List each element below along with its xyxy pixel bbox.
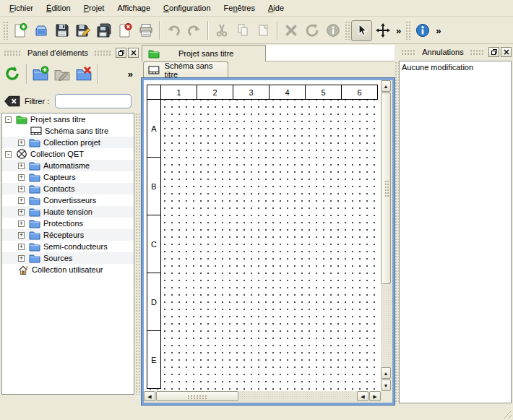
toolbar-handle[interactable] — [405, 21, 410, 40]
scroll-left-button-2[interactable]: ◀ — [357, 391, 368, 401]
undo-list[interactable]: Aucune modification — [399, 61, 512, 403]
menu-configuration[interactable]: Configuration — [157, 1, 217, 15]
copy-button[interactable] — [232, 20, 253, 41]
selection-pointer-button[interactable] — [351, 20, 372, 41]
tab-project[interactable]: Projet sans titre — [142, 45, 266, 61]
save-all-button[interactable] — [93, 20, 114, 41]
scroll-down-button[interactable]: ▼ — [381, 380, 391, 391]
size-grip[interactable] — [502, 409, 512, 419]
tree-item-collection-projet[interactable]: +Collection projet — [2, 137, 134, 148]
menu-aide[interactable]: Aide — [262, 1, 290, 15]
tree-expander[interactable]: + — [18, 255, 25, 262]
float-panel-button[interactable] — [116, 48, 126, 58]
cut-button[interactable] — [211, 20, 232, 41]
move-view-button[interactable] — [372, 20, 393, 41]
tree-item-capteurs[interactable]: +Capteurs — [2, 171, 134, 183]
tree-expander[interactable]: + — [18, 220, 25, 227]
tree-expander[interactable]: + — [18, 174, 25, 181]
tree-item-contacts[interactable]: +Contacts — [2, 183, 134, 194]
tree-expander[interactable]: + — [18, 244, 25, 250]
folder-icon — [29, 252, 40, 264]
rotate-icon — [304, 22, 320, 38]
close-panel-button[interactable] — [128, 48, 139, 58]
undo-button[interactable] — [163, 20, 184, 41]
redo-button[interactable] — [184, 20, 204, 41]
tree-expander[interactable]: + — [18, 140, 25, 146]
float-icon — [491, 48, 498, 56]
toolbar-overflow-button[interactable]: » — [433, 25, 444, 36]
tree-expander[interactable]: + — [18, 232, 25, 239]
tree-item-projet-sans-titre[interactable]: -Projet sans titre — [2, 113, 134, 125]
new-category-button[interactable] — [30, 63, 51, 85]
scroll-left-button[interactable]: ◀ — [144, 391, 155, 401]
tree-item-haute-tension[interactable]: +Haute tension — [2, 206, 134, 218]
filter-label: Filtrer : — [25, 97, 49, 106]
menu-edition[interactable]: Édition — [40, 1, 77, 15]
horizontal-scroll-thumb[interactable] — [156, 391, 238, 401]
close-document-button[interactable] — [114, 20, 135, 41]
edit-category-button[interactable] — [51, 63, 73, 85]
information-button[interactable] — [322, 20, 343, 41]
delete-button[interactable] — [280, 20, 301, 41]
tree-item-protections[interactable]: +Protections — [2, 218, 134, 229]
toolbar-handle[interactable] — [3, 21, 8, 40]
elements-tree[interactable]: -Projet sans titreSchéma sans titre+Coll… — [1, 113, 134, 395]
scroll-up-button-2[interactable]: ▲ — [381, 367, 391, 379]
menu-projet[interactable]: Projet — [77, 1, 111, 15]
tree-item-label: Convertisseurs — [43, 196, 96, 205]
tree-expander[interactable]: + — [18, 197, 25, 204]
undo-panel-titlebar[interactable]: Annulations — [399, 46, 512, 59]
undo-list-item[interactable]: Aucune modification — [400, 61, 511, 74]
tree-item-sources[interactable]: +Sources — [2, 252, 134, 264]
float-panel-button[interactable] — [488, 47, 499, 57]
left-splitter[interactable] — [135, 113, 140, 395]
clear-filter-icon[interactable] — [4, 95, 20, 107]
diagram-canvas[interactable]: 123456ABCDE — [144, 80, 381, 391]
tree-expander[interactable]: + — [18, 163, 25, 169]
filter-input[interactable] — [55, 94, 132, 108]
scroll-right-button[interactable]: ▶ — [369, 391, 381, 401]
reload-collections-button[interactable] — [1, 63, 23, 85]
menu-fenetres[interactable]: Fenêtres — [217, 1, 262, 15]
panel-toolbar-overflow-button[interactable]: » — [125, 69, 136, 80]
tab-schema[interactable]: Schéma sans titre — [143, 61, 228, 78]
tree-item-automatisme[interactable]: +Automatisme — [2, 160, 134, 171]
elements-panel-titlebar[interactable]: Panel d'éléments — [1, 46, 139, 59]
tree-expander[interactable]: - — [5, 116, 12, 123]
tree-item-convertisseurs[interactable]: +Convertisseurs — [2, 194, 134, 206]
folder-icon — [29, 206, 40, 218]
delete-category-button[interactable] — [73, 63, 95, 85]
tree-expander[interactable]: - — [5, 151, 12, 158]
vertical-scroll-thumb[interactable] — [381, 93, 391, 284]
rotate-button[interactable] — [301, 20, 322, 41]
print-button[interactable] — [135, 20, 156, 41]
toolbar-handle[interactable] — [345, 21, 350, 40]
new-document-button[interactable] — [9, 20, 30, 41]
horizontal-scrollbar[interactable]: ◀ ◀ ▶ — [144, 391, 381, 403]
tree-expander[interactable]: + — [18, 186, 25, 192]
tree-item-collection-qet[interactable]: -Collection QET — [2, 148, 134, 160]
tree-expander[interactable]: + — [18, 209, 25, 215]
toolbar-overflow-button[interactable]: » — [393, 25, 404, 36]
folder-icon — [29, 171, 40, 183]
elements-panel-toolbar: » — [1, 61, 139, 87]
save-button[interactable] — [51, 20, 72, 41]
info-blue-icon — [415, 22, 431, 38]
open-button[interactable] — [30, 20, 51, 41]
save-all-icon — [96, 22, 112, 38]
vertical-scrollbar[interactable]: ▲ ▲ ▼ — [381, 80, 392, 391]
toolbar-separator — [98, 64, 98, 84]
diagram-information-button[interactable] — [412, 20, 433, 41]
save-as-icon — [75, 22, 91, 38]
tree-item-semi-conducteurs[interactable]: +Semi-conducteurs — [2, 241, 134, 252]
menu-fichier[interactable]: Fichier — [3, 1, 40, 15]
tree-item-recepteurs[interactable]: +Récepteurs — [2, 229, 134, 241]
save-as-button[interactable] — [72, 20, 93, 41]
float-icon — [118, 49, 125, 56]
close-panel-button[interactable] — [501, 47, 512, 57]
tree-item-collection-utilisateur[interactable]: Collection utilisateur — [2, 264, 134, 275]
tree-item-schema-sans-titre[interactable]: Schéma sans titre — [2, 125, 134, 137]
scroll-up-button[interactable]: ▲ — [381, 80, 391, 92]
menu-affichage[interactable]: Affichage — [111, 1, 157, 15]
paste-button[interactable] — [253, 20, 274, 41]
